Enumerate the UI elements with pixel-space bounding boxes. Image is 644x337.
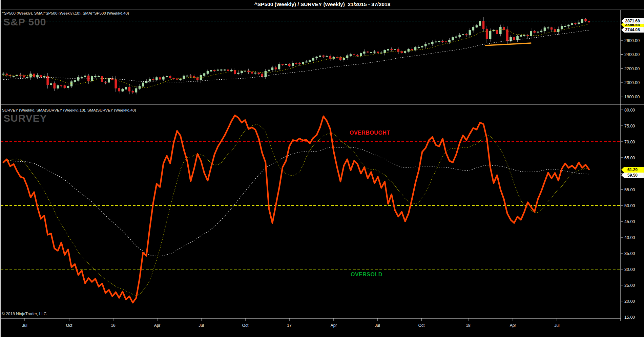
chart-canvas[interactable]: 2600.002400.002200.002000.001800.0080.00… (1, 0, 644, 337)
x-tick-label: Oct (66, 323, 72, 328)
candle-down (506, 29, 508, 41)
candle-down (336, 57, 338, 58)
candle-up (435, 42, 437, 42)
candle-down (54, 83, 56, 88)
candle-up (13, 76, 15, 77)
candle-down (527, 35, 529, 36)
candle-up (125, 87, 127, 89)
candle-up (139, 86, 141, 88)
candle-down (196, 78, 199, 80)
candle-up (254, 73, 256, 74)
candle-down (353, 55, 355, 55)
candle-up (510, 37, 512, 41)
candle-down (356, 55, 358, 56)
candle-up (462, 35, 464, 35)
candle-up (449, 40, 451, 42)
candle-down (33, 74, 35, 77)
x-tick-label: Jul (554, 323, 559, 328)
y-tick-label: 55.00 (624, 187, 635, 192)
sp500-sma40-line (3, 30, 589, 82)
candle-up (343, 58, 345, 59)
candle-up (520, 35, 522, 36)
y-tick-label: 1800.00 (624, 95, 640, 99)
x-tick-label: Oct (242, 323, 249, 328)
candle-up (374, 52, 376, 53)
candle-up (81, 77, 83, 78)
price-marker-horizontal-line: 2871.68 (621, 18, 644, 24)
candle-down (401, 52, 403, 53)
candle-up (271, 68, 273, 70)
candle-down (496, 30, 498, 34)
candle-up (557, 29, 559, 32)
candle-down (323, 56, 325, 56)
trend-line (485, 43, 531, 45)
y-tick-label: 70.00 (624, 140, 635, 144)
y-tick-label: 80.00 (624, 108, 635, 113)
candle-down (258, 73, 260, 74)
candle-up (387, 49, 389, 50)
candle-up (241, 71, 243, 73)
y-tick-label: 20.00 (624, 299, 635, 304)
candle-up (84, 76, 86, 77)
candle-down (115, 80, 117, 88)
overbought-label: OVERBOUGHT (350, 130, 390, 136)
candle-up (360, 53, 362, 56)
y-tick-label: 2200.00 (624, 66, 640, 71)
candle-down (234, 70, 236, 74)
candle-up (568, 25, 570, 26)
candle-up (217, 70, 219, 71)
candle-up (363, 52, 366, 54)
candle-down (575, 23, 577, 24)
candle-up (163, 77, 165, 79)
candle-up (476, 25, 478, 27)
candle-up (183, 76, 185, 79)
y-tick-label: 2400.00 (624, 52, 640, 57)
candle-up (309, 60, 311, 62)
candle-down (288, 64, 290, 66)
y-tick-label: 2000.00 (624, 80, 640, 85)
candle-down (486, 29, 488, 39)
x-tick-label: 16 (111, 323, 116, 328)
candle-up (421, 46, 423, 47)
candle-up (2, 74, 4, 75)
candle-down (445, 42, 447, 42)
survey-marker-sma40: 59.50 (621, 173, 644, 178)
candle-up (142, 83, 144, 86)
candle-up (122, 89, 124, 91)
candle-up (50, 83, 52, 85)
candle-up (156, 78, 158, 80)
candle-down (329, 56, 331, 58)
candle-up (285, 64, 287, 65)
candle-up (210, 71, 212, 72)
candle-down (159, 78, 161, 79)
candle-up (231, 70, 233, 71)
candle-down (295, 63, 297, 64)
candle-down (282, 64, 284, 65)
x-tick-label: Apr (154, 323, 161, 328)
candle-up (278, 64, 280, 69)
candle-up (547, 28, 549, 28)
candle-up (135, 88, 137, 92)
y-tick-label: 65.00 (624, 156, 635, 160)
candle-down (105, 82, 107, 82)
candle-up (370, 52, 372, 53)
candle-up (77, 77, 79, 80)
candle-down (101, 76, 103, 82)
candle-down (585, 19, 587, 21)
candle-up (98, 76, 100, 77)
candle-up (166, 76, 168, 77)
candle-down (275, 68, 277, 69)
candle-up (489, 31, 491, 39)
candle-up (438, 41, 440, 42)
candle-up (578, 23, 580, 24)
candle-down (213, 71, 215, 71)
candle-up (418, 47, 420, 48)
candle-down (169, 76, 171, 78)
x-tick-label: Oct (418, 323, 425, 328)
candle-up (404, 52, 406, 53)
candle-down (227, 70, 229, 71)
candle-down (299, 63, 301, 64)
x-tick-label: Jul (199, 323, 204, 328)
candle-up (452, 37, 454, 40)
candle-up (268, 70, 270, 71)
